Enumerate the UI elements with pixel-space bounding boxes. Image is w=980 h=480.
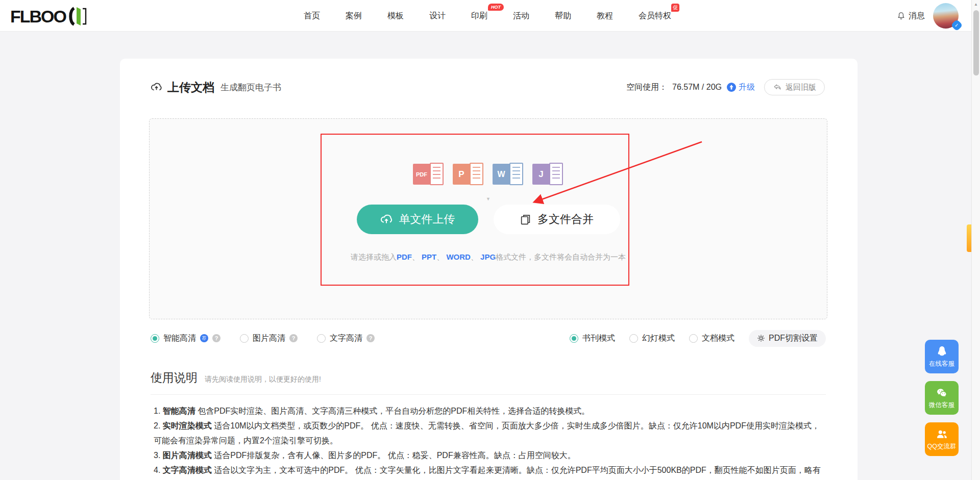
wechat-icon xyxy=(936,387,948,399)
upgrade-link[interactable]: 升级 xyxy=(727,82,755,93)
item-number: 1. xyxy=(154,407,163,415)
multi-file-merge-button[interactable]: 多文件合并 xyxy=(494,205,620,234)
file-dropzone[interactable]: PDF P W J ▼ xyxy=(149,118,827,319)
radio-dot[interactable] xyxy=(629,334,638,343)
item-number: 3. xyxy=(154,451,163,460)
radio-document-mode[interactable]: 文档模式 xyxy=(689,333,734,344)
radio-smart-hd[interactable]: 智能高清 荐 ? xyxy=(151,333,220,344)
online-service-button[interactable]: 在线客服 xyxy=(925,340,959,373)
upgrade-label: 升级 xyxy=(739,82,755,93)
orange-edge-marker[interactable] xyxy=(967,224,971,252)
radio-text-hd[interactable]: 文字高清 ? xyxy=(317,333,375,344)
mode-options: 书刊模式 幻灯模式 文档模式 P xyxy=(570,330,826,347)
jpg-tile: J xyxy=(532,164,550,185)
qq-icon xyxy=(936,345,948,358)
hint-pdf: PDF xyxy=(397,252,412,261)
nav-design[interactable]: 设计 xyxy=(429,11,446,21)
item-body: 适合以文字为主，文本可选中的PDF。 优点：文字矢量化，比图片文字看起来更清晰。… xyxy=(154,466,821,480)
nav-print[interactable]: 印刷 HOT xyxy=(471,11,487,21)
qq-group-button[interactable]: QQ交流群 xyxy=(925,422,959,456)
instruction-item: 2. 实时渲染模式 适合10M以内文档类型，或页数少的PDF。 优点：速度快、无… xyxy=(154,418,821,448)
nav-templates[interactable]: 模板 xyxy=(387,11,404,21)
nav-membership[interactable]: 会员特权 促 xyxy=(639,11,671,21)
scrollbar-thumb[interactable] xyxy=(973,10,979,75)
usage-divider xyxy=(151,394,826,395)
radio-image-hd[interactable]: 图片高清 ? xyxy=(240,333,298,344)
nav-help[interactable]: 帮助 xyxy=(555,11,571,21)
hint-sep: 、 xyxy=(471,252,480,261)
nav-print-label: 印刷 xyxy=(471,11,487,20)
scroll-up-icon[interactable]: ▲ xyxy=(974,2,978,7)
topbar-right: 消息 ✓ xyxy=(896,0,959,32)
usage-title: 使用说明 xyxy=(151,370,198,386)
card-header-right: 空间使用： 76.57M / 20G 升级 返回旧版 xyxy=(626,79,825,95)
ppt-tile: P xyxy=(453,164,471,185)
nav-home[interactable]: 首页 xyxy=(304,11,320,21)
jpg-file-icon: J xyxy=(532,162,564,187)
space-usage-label: 空间使用： xyxy=(626,82,667,93)
online-service-label: 在线客服 xyxy=(929,360,954,368)
item-number: 4. xyxy=(154,466,163,474)
promo-badge: 促 xyxy=(671,4,679,12)
return-arrow-icon xyxy=(773,83,782,91)
messages-label: 消息 xyxy=(909,11,925,21)
hint-suffix: 格式文件，多文件将会自动合并为一本 xyxy=(496,252,626,261)
back-to-old-version-button[interactable]: 返回旧版 xyxy=(764,79,825,95)
image-hd-label: 图片高清 xyxy=(253,333,285,344)
page-title: 上传文档 xyxy=(167,80,214,95)
radio-slide-mode[interactable]: 幻灯模式 xyxy=(629,333,675,344)
single-upload-label: 单文件上传 xyxy=(399,212,455,227)
nav-activities[interactable]: 活动 xyxy=(513,11,529,21)
jpg-sheet xyxy=(549,163,563,185)
hint-ppt: PPT xyxy=(422,252,436,261)
instruction-item: 3. 图片高清模式 适合PDF排版复杂，含有人像、图片多的PDF。 优点：稳妥、… xyxy=(154,448,821,463)
ppt-sheet xyxy=(470,163,483,185)
document-mode-label: 文档模式 xyxy=(702,333,734,344)
logo-text: FLBOO xyxy=(10,7,66,27)
radio-dot[interactable] xyxy=(317,334,326,343)
file-type-icons: PDF P W J xyxy=(413,162,564,187)
word-tile: W xyxy=(493,164,510,185)
qq-group-label: QQ交流群 xyxy=(927,442,957,451)
pdf-tile: PDF xyxy=(413,164,431,185)
hint-jpg: JPG xyxy=(480,252,496,261)
user-avatar[interactable]: ✓ xyxy=(933,3,959,29)
customer-service-stack: 在线客服 微信客服 QQ交流群 xyxy=(925,340,959,456)
page-scrollbar[interactable]: ▲ xyxy=(971,0,980,480)
radio-dot[interactable] xyxy=(689,334,698,343)
item-term: 图片高清模式 xyxy=(163,451,212,460)
usage-subtitle: 请先阅读使用说明，以便更好的使用! xyxy=(205,375,321,384)
wechat-service-button[interactable]: 微信客服 xyxy=(925,381,959,415)
hot-badge: HOT xyxy=(488,4,504,11)
radio-dot-selected[interactable] xyxy=(151,334,159,343)
hint-sep: 、 xyxy=(412,252,422,261)
radio-dot[interactable] xyxy=(240,334,249,343)
pdf-sheet xyxy=(430,163,444,185)
smart-hd-label: 智能高清 xyxy=(163,333,196,344)
ppt-file-icon: P xyxy=(453,162,484,187)
hint-sep: 、 xyxy=(436,252,446,261)
merge-label: 多文件合并 xyxy=(537,212,594,227)
instruction-item: 1. 智能高清 包含PDF实时渲染、图片高清、文字高清三种模式，平台自动分析您的… xyxy=(154,403,821,418)
page: FLBOO 首页 案例 模板 设计 印刷 HOT 活动 帮助 教程 会员特权 促 xyxy=(0,0,980,480)
flbook-logo[interactable]: FLBOO xyxy=(10,6,88,27)
item-body: 包含PDF实时渲染、图片高清、文字高清三种模式，平台自动分析您的PDF相关特性，… xyxy=(195,407,590,415)
help-icon[interactable]: ? xyxy=(366,334,375,342)
help-icon[interactable]: ? xyxy=(289,334,298,342)
back-to-old-label: 返回旧版 xyxy=(786,83,816,92)
pdf-split-settings-button[interactable]: PDF切割设置 xyxy=(749,330,826,347)
usage-header: 使用说明 请先阅读使用说明，以便更好的使用! xyxy=(151,370,321,386)
nav-cases[interactable]: 案例 xyxy=(346,11,362,21)
messages-button[interactable]: 消息 xyxy=(896,11,925,21)
help-icon[interactable]: ? xyxy=(212,334,220,342)
instruction-item: 4. 文字高清模式 适合以文字为主，文本可选中的PDF。 优点：文字矢量化，比图… xyxy=(154,463,821,480)
word-sheet xyxy=(509,163,523,185)
item-term: 智能高清 xyxy=(163,407,195,415)
radio-dot-selected[interactable] xyxy=(570,334,578,343)
radio-book-mode[interactable]: 书刊模式 xyxy=(570,333,615,344)
slide-mode-label: 幻灯模式 xyxy=(642,333,675,344)
single-file-upload-button[interactable]: 单文件上传 xyxy=(357,205,478,234)
pdf-file-icon: PDF xyxy=(413,162,445,187)
nav-tutorials[interactable]: 教程 xyxy=(597,11,613,21)
text-hd-label: 文字高清 xyxy=(330,333,362,344)
